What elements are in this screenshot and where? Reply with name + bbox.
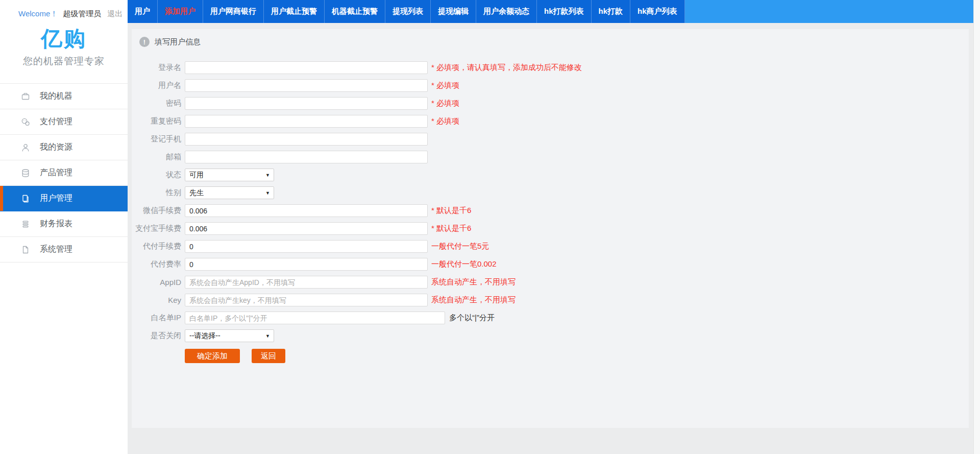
email-label: 邮箱 <box>132 152 181 162</box>
status-select[interactable]: 可用▼ <box>185 169 274 181</box>
close-or-not-label: 是否关闭 <box>132 331 181 341</box>
sidebar-item-label: 系统管理 <box>40 244 72 255</box>
alipay-fee-hint: * 默认是千6 <box>431 224 471 233</box>
chevron-down-icon: ▼ <box>265 333 270 339</box>
appid-input[interactable] <box>185 276 428 289</box>
nav-tab-machine-deadline-warning[interactable]: 机器截止预警 <box>325 0 385 23</box>
form-row-whitelist-ip: 白名单IP多个以“|”分开 <box>132 309 969 327</box>
topbar: 用户添加用户用户网商银行用户截止预警机器截止预警提现列表提现编辑用户余额动态hk… <box>128 0 973 23</box>
chevron-down-icon: ▼ <box>265 190 270 196</box>
submit-add-button[interactable]: 确定添加 <box>185 349 240 363</box>
chevron-down-icon: ▼ <box>265 173 270 178</box>
alipay-fee-input[interactable] <box>185 222 428 235</box>
gender-select[interactable]: 先生▼ <box>185 186 274 199</box>
sidebar-item-label: 用户管理 <box>40 193 72 204</box>
password-input[interactable] <box>185 97 428 110</box>
form-row-login-name: 登录名* 必填项，请认真填写，添加成功后不能修改 <box>132 59 969 77</box>
brand-logo: 亿购 <box>0 27 128 51</box>
wechat-fee-input[interactable] <box>185 204 428 217</box>
scrollbar-track[interactable] <box>973 0 980 454</box>
nav-tab-hk-payment[interactable]: hk打款 <box>592 0 631 23</box>
repeat-password-input[interactable] <box>185 115 428 128</box>
whitelist-ip-hint: 多个以“|”分开 <box>449 313 495 323</box>
reports-icon <box>20 219 31 229</box>
form-row-alipay-fee: 支付宝手续费* 默认是千6 <box>132 220 969 237</box>
nav-tab-user-deadline-warning[interactable]: 用户截止预警 <box>264 0 325 23</box>
sidebar-item-my-resources[interactable]: 我的资源 <box>0 135 128 160</box>
repeat-password-hint: * 必填项 <box>431 116 459 126</box>
password-hint: * 必填项 <box>431 99 459 108</box>
admin-name: 超级管理员 <box>63 9 101 19</box>
nav-tab-user-online-bank[interactable]: 用户网商银行 <box>203 0 264 23</box>
status-select-value: 可用 <box>189 171 204 180</box>
payout-rate-input[interactable] <box>185 258 428 271</box>
sidebar-item-payment-mgmt[interactable]: 支付管理 <box>0 109 128 135</box>
form-row-payout-rate: 代付费率一般代付一笔0.002 <box>132 255 969 273</box>
nav-tab-user-balance-activity[interactable]: 用户余额动态 <box>476 0 537 23</box>
form-row-username: 用户名* 必填项 <box>132 77 969 94</box>
login-name-input[interactable] <box>185 61 428 74</box>
form-row-email: 邮箱 <box>132 148 969 166</box>
payout-rate-hint: 一般代付一笔0.002 <box>431 259 497 269</box>
form-row-appid: AppID系统自动产生，不用填写 <box>132 273 969 291</box>
content-panel: 填写用户信息 登录名* 必填项，请认真填写，添加成功后不能修改用户名* 必填项密… <box>132 29 969 428</box>
sidebar-item-label: 产品管理 <box>40 168 72 178</box>
key-input[interactable] <box>185 294 428 306</box>
form-row-gender: 性别先生▼ <box>132 184 969 202</box>
info-icon <box>139 37 150 47</box>
appid-label: AppID <box>132 278 181 286</box>
logout-link[interactable]: 退出 <box>107 9 122 19</box>
sidebar-item-system-mgmt[interactable]: 系统管理 <box>0 237 128 262</box>
welcome-row: Welcome！ 超级管理员 退出 <box>0 0 128 19</box>
sidebar-item-my-machines[interactable]: 我的机器 <box>0 84 128 109</box>
app-root: Welcome！ 超级管理员 退出 亿购 您的机器管理专家 我的机器支付管理我的… <box>0 0 980 454</box>
payout-fee-input[interactable] <box>185 240 428 253</box>
nav-tab-hk-payment-list[interactable]: hk打款列表 <box>537 0 592 23</box>
username-label: 用户名 <box>132 81 181 90</box>
sidebar-item-label: 我的资源 <box>40 142 72 153</box>
close-or-not-select-value: --请选择-- <box>189 331 220 341</box>
products-icon <box>20 168 31 178</box>
whitelist-ip-label: 白名单IP <box>132 313 181 323</box>
form-row-payout-fee: 代付手续费一般代付一笔5元 <box>132 237 969 255</box>
brand-tagline: 您的机器管理专家 <box>0 55 128 68</box>
phone-input[interactable] <box>185 133 428 146</box>
back-button[interactable]: 返回 <box>252 349 285 363</box>
payout-fee-hint: 一般代付一笔5元 <box>431 242 489 251</box>
sidebar-item-finance-reports[interactable]: 财务报表 <box>0 211 128 237</box>
nav-tab-withdraw-list[interactable]: 提现列表 <box>385 0 431 23</box>
close-or-not-select[interactable]: --请选择--▼ <box>185 329 274 342</box>
whitelist-ip-input[interactable] <box>185 312 445 324</box>
password-label: 密码 <box>132 99 181 108</box>
nav-tab-hk-merchant-list[interactable]: hk商户列表 <box>630 0 685 23</box>
sidebar-item-product-mgmt[interactable]: 产品管理 <box>0 160 128 186</box>
username-input[interactable] <box>185 79 428 92</box>
panel-header: 填写用户信息 <box>132 29 969 47</box>
email-input[interactable] <box>185 151 428 163</box>
key-label: Key <box>132 296 181 304</box>
form-row-repeat-password: 重复密码* 必填项 <box>132 112 969 130</box>
form-row-wechat-fee: 微信手续费* 默认是千6 <box>132 202 969 220</box>
key-hint: 系统自动产生，不用填写 <box>431 295 516 305</box>
nav-tab-users[interactable]: 用户 <box>128 0 158 23</box>
form-row-status: 状态可用▼ <box>132 166 969 184</box>
nav-tab-withdraw-edit[interactable]: 提现编辑 <box>431 0 476 23</box>
top-nav: 用户添加用户用户网商银行用户截止预警机器截止预警提现列表提现编辑用户余额动态hk… <box>128 0 685 23</box>
phone-label: 登记手机 <box>132 134 181 144</box>
repeat-password-label: 重复密码 <box>132 116 181 126</box>
page-title: 填写用户信息 <box>155 37 201 47</box>
nav-tab-add-user[interactable]: 添加用户 <box>158 0 203 23</box>
gender-label: 性别 <box>132 188 181 198</box>
payout-fee-label: 代付手续费 <box>132 242 181 251</box>
status-label: 状态 <box>132 170 181 180</box>
form-row-key: Key系统自动产生，不用填写 <box>132 291 969 309</box>
form-row-phone: 登记手机 <box>132 130 969 148</box>
sidebar-item-user-mgmt[interactable]: 用户管理 <box>0 186 128 211</box>
users-icon <box>20 194 31 204</box>
machine-icon <box>20 91 31 102</box>
username-hint: * 必填项 <box>431 81 459 90</box>
login-name-hint: * 必填项，请认真填写，添加成功后不能修改 <box>431 63 582 73</box>
sidebar-item-label: 支付管理 <box>40 116 72 127</box>
sidebar-item-label: 我的机器 <box>40 91 72 102</box>
wechat-fee-hint: * 默认是千6 <box>431 206 471 216</box>
